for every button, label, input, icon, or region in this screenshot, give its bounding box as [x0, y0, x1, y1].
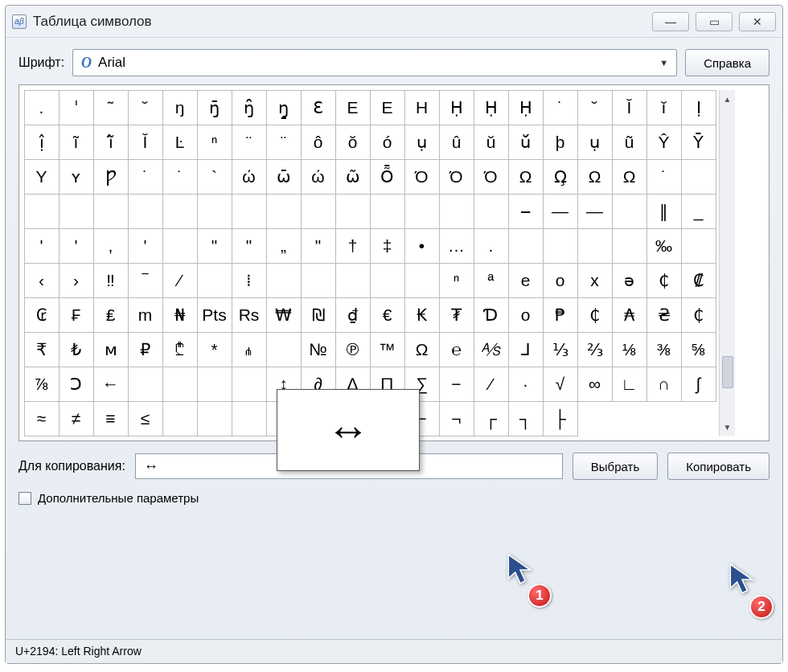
char-cell[interactable]: ₱ [543, 297, 578, 333]
char-cell[interactable]: e [508, 263, 544, 298]
char-cell[interactable]: ₼ [232, 332, 267, 367]
char-cell[interactable]: ₭ [404, 297, 440, 333]
char-cell[interactable]: ʏ [59, 159, 94, 195]
char-cell[interactable]: ‹ [24, 263, 60, 298]
char-cell[interactable]: ₫ [335, 297, 371, 333]
char-cell[interactable] [577, 228, 613, 264]
char-cell[interactable] [681, 159, 716, 195]
char-cell[interactable]: ₽ [128, 332, 163, 367]
char-cell[interactable]: ŋ [162, 90, 198, 125]
char-cell[interactable]: ' [24, 228, 60, 264]
char-cell[interactable] [335, 263, 371, 298]
char-cell[interactable]: o [543, 263, 578, 298]
char-cell[interactable]: ₢ [24, 297, 60, 333]
char-cell[interactable]: þ [543, 125, 578, 160]
char-cell[interactable]: Ω [577, 159, 613, 195]
char-cell[interactable]: ˙ [128, 159, 163, 195]
char-cell[interactable]: Ȳ [681, 125, 716, 160]
char-cell[interactable] [24, 194, 60, 229]
scroll-up-icon[interactable]: ▲ [721, 92, 734, 105]
char-cell[interactable]: ₡ [681, 263, 716, 298]
char-cell[interactable]: Ɛ [301, 90, 336, 125]
char-cell[interactable]: ⅓ [543, 332, 578, 367]
char-cell[interactable]: " [197, 228, 232, 264]
char-cell[interactable] [266, 263, 302, 298]
char-cell[interactable]: Ḥ [474, 90, 509, 125]
char-cell[interactable]: ŋ̱ [266, 90, 302, 125]
char-cell[interactable]: Ị [681, 90, 716, 125]
char-cell[interactable]: ŋ̑ [232, 90, 267, 125]
char-cell[interactable]: ⁄ [162, 263, 198, 298]
char-cell[interactable]: √ [543, 367, 578, 402]
char-cell[interactable] [197, 401, 232, 436]
char-cell[interactable]: Rs [232, 297, 267, 333]
scrollbar[interactable]: ▲ ▼ [719, 90, 735, 436]
char-cell[interactable] [162, 194, 198, 229]
char-cell[interactable]: Ό [404, 159, 440, 195]
char-cell[interactable]: Ŀ [162, 125, 198, 160]
char-cell[interactable]: ⁞ [232, 263, 267, 298]
char-cell[interactable]: Ĭ [128, 125, 163, 160]
char-cell[interactable]: ‼ [93, 263, 129, 298]
char-cell[interactable]: ├ [543, 401, 578, 436]
char-cell[interactable]: ŏ [335, 125, 371, 160]
char-cell[interactable]: ô [301, 125, 336, 160]
char-cell[interactable]: ₩ [266, 297, 302, 333]
char-cell[interactable] [370, 263, 405, 298]
char-cell[interactable]: ˙ [162, 159, 198, 195]
char-cell[interactable]: ⅞ [24, 367, 60, 402]
char-cell[interactable] [404, 194, 440, 229]
char-cell[interactable] [612, 194, 647, 229]
char-cell[interactable]: ŭ [474, 125, 509, 160]
char-cell[interactable]: , [93, 228, 129, 264]
char-cell[interactable]: ∫ [681, 367, 716, 402]
char-cell[interactable]: ĩ̂ [93, 125, 129, 160]
scroll-thumb[interactable] [722, 356, 733, 388]
char-cell[interactable]: _ [681, 194, 716, 229]
char-cell[interactable] [404, 263, 440, 298]
char-cell[interactable] [232, 194, 267, 229]
char-cell[interactable] [59, 194, 94, 229]
char-cell[interactable]: ⅃ [508, 332, 544, 367]
char-cell[interactable]: ℗ [335, 332, 371, 367]
char-cell[interactable]: . [474, 228, 509, 264]
char-cell[interactable]: m [128, 297, 163, 333]
char-cell[interactable] [128, 194, 163, 229]
char-cell[interactable]: Ɗ [474, 297, 509, 333]
char-cell[interactable]: ∞ [577, 367, 613, 402]
char-cell[interactable]: ω̄ [266, 159, 302, 195]
char-cell[interactable]: ₵ [646, 263, 682, 298]
char-cell[interactable]: ª [474, 263, 509, 298]
char-cell[interactable] [335, 194, 371, 229]
char-cell[interactable]: ŭ́ [508, 125, 544, 160]
char-cell[interactable]: ≤ [128, 401, 163, 436]
char-cell[interactable]: ┐ [508, 401, 544, 436]
char-cell[interactable]: ¨ [266, 125, 302, 160]
char-cell[interactable]: Ḥ [508, 90, 544, 125]
char-cell[interactable]: Ↄ [59, 367, 94, 402]
char-cell[interactable]: x [577, 263, 613, 298]
font-dropdown[interactable]: O Arial ▼ [72, 49, 677, 76]
char-cell[interactable]: Ƿ [93, 159, 129, 195]
char-cell[interactable]: ' [59, 228, 94, 264]
char-cell[interactable]: … [439, 228, 474, 264]
char-cell[interactable]: ώ [232, 159, 267, 195]
char-cell[interactable]: ← [93, 367, 129, 402]
char-cell[interactable] [612, 228, 647, 264]
char-cell[interactable]: ┌ [474, 401, 509, 436]
char-cell[interactable]: * [197, 332, 232, 367]
char-cell[interactable] [301, 194, 336, 229]
char-cell[interactable]: ĩ [59, 125, 94, 160]
char-cell[interactable]: ‡ [370, 228, 405, 264]
char-cell[interactable]: ĭ [646, 90, 682, 125]
char-cell[interactable]: ₹ [24, 332, 60, 367]
help-button[interactable]: Справка [685, 49, 770, 76]
char-cell[interactable]: Ȭ [370, 159, 405, 195]
char-cell[interactable]: ⅝ [681, 332, 716, 367]
char-cell[interactable]: ụ [404, 125, 440, 160]
char-cell[interactable]: ó [370, 125, 405, 160]
char-cell[interactable]: ə [612, 263, 647, 298]
char-cell[interactable]: Ḥ [439, 90, 474, 125]
char-cell[interactable]: ℮ [439, 332, 474, 367]
char-cell[interactable]: . [24, 90, 60, 125]
